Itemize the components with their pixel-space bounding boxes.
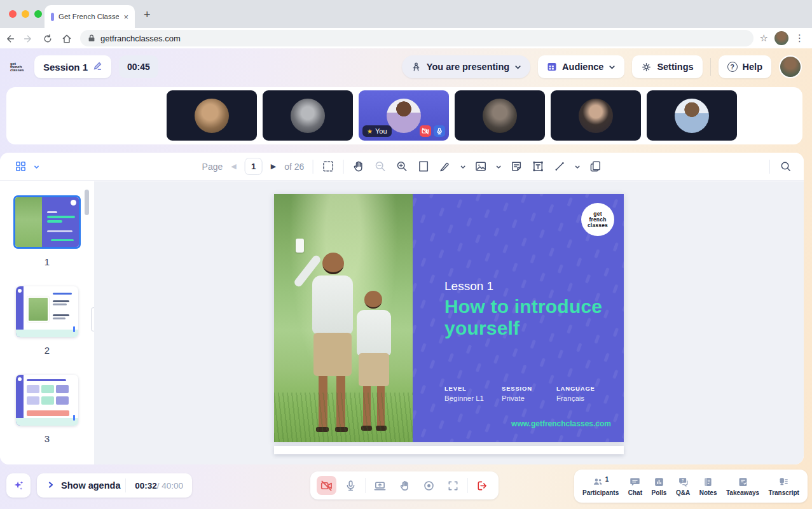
page-number-input[interactable]: 1	[245, 158, 263, 175]
audience-dropdown[interactable]: Audience	[538, 55, 624, 78]
pen-tool[interactable]	[438, 160, 451, 173]
thumb1-line	[51, 239, 74, 241]
participant-tile[interactable]	[455, 90, 545, 141]
settings-button[interactable]: Settings	[632, 55, 702, 78]
participant-tile[interactable]	[167, 90, 257, 141]
browser-menu-icon[interactable]: ⋮	[795, 32, 804, 44]
panel-notes[interactable]: Notes	[699, 477, 717, 496]
panel-participants[interactable]: 1 Participants	[582, 477, 619, 496]
call-controls	[310, 471, 499, 499]
camera-off-badge[interactable]	[420, 125, 431, 137]
thumb1-purple	[42, 197, 79, 247]
panel-polls[interactable]: Polls	[652, 477, 667, 496]
line-tool-chevron-icon[interactable]	[574, 161, 580, 172]
zoom-in-tool[interactable]	[395, 160, 408, 173]
participant-tile[interactable]	[551, 90, 641, 141]
url-bar[interactable]: getfranchclasses.com	[80, 30, 754, 46]
meta-level: LEVEL Beginner L1	[444, 385, 502, 402]
photo-figure	[296, 239, 304, 253]
mic-on-badge[interactable]	[434, 125, 445, 137]
mic-toggle-button[interactable]	[341, 476, 361, 495]
new-tab-button[interactable]: +	[144, 9, 151, 20]
grid-view-button[interactable]	[14, 160, 27, 173]
chevron-right-icon	[47, 480, 55, 491]
session-title-button[interactable]: Session 1	[34, 55, 111, 78]
slide-thumbnail-1[interactable]	[13, 195, 81, 249]
participant-tile[interactable]	[647, 90, 737, 141]
panel-qa[interactable]: ? Q&A	[676, 477, 690, 496]
insert-image-tool[interactable]	[474, 160, 487, 173]
photo-figure	[316, 427, 329, 432]
duplicate-page-tool[interactable]	[588, 160, 602, 173]
edit-session-icon[interactable]	[93, 61, 102, 73]
record-button[interactable]	[419, 476, 439, 495]
forward-icon[interactable]	[19, 32, 38, 44]
sticky-note-tool[interactable]	[509, 160, 523, 173]
you-badge: ★ You	[362, 125, 392, 137]
camera-toggle-button[interactable]	[317, 476, 336, 495]
line-tool[interactable]	[553, 160, 566, 173]
close-window-button[interactable]	[9, 10, 17, 18]
panel-takeaways[interactable]: Takeaways	[726, 477, 759, 496]
previous-page-button[interactable]: ◀	[231, 162, 236, 171]
insert-image-chevron-icon[interactable]	[495, 161, 501, 172]
text-tool[interactable]	[531, 160, 544, 173]
back-icon[interactable]	[0, 32, 19, 44]
zoom-out-tool[interactable]	[373, 160, 387, 173]
marquee-select-tool[interactable]	[321, 160, 334, 173]
show-agenda-bar[interactable]: Show agenda 00:32/ 40:00	[37, 473, 192, 498]
chevron-down-icon	[514, 64, 521, 71]
raise-hand-button[interactable]	[394, 476, 414, 495]
participants-count: 1	[605, 477, 609, 483]
help-button[interactable]: ? Help	[719, 55, 771, 78]
photo-figure	[364, 291, 382, 309]
presenting-dropdown[interactable]: You are presenting	[402, 55, 530, 78]
bookmark-star-icon[interactable]: ☆	[760, 32, 768, 44]
bottom-bar: Show agenda 00:32/ 40:00 1 Parti	[0, 466, 812, 509]
participant-tile[interactable]	[263, 90, 353, 141]
reload-icon[interactable]	[38, 32, 57, 44]
search-icon[interactable]	[779, 160, 792, 173]
panel-transcript[interactable]: Transcript	[769, 477, 799, 496]
participant-tile-you[interactable]: ★ You	[359, 90, 449, 141]
user-avatar[interactable]	[779, 55, 802, 78]
zoom-window-button[interactable]	[34, 10, 42, 18]
meta-session: SESSION Private	[502, 385, 556, 402]
panel-chat[interactable]: Chat	[628, 477, 642, 496]
slide-logo: getfrenchclasses	[581, 203, 614, 236]
frame-tool[interactable]	[416, 160, 430, 173]
thumb3-box	[56, 385, 69, 393]
browser-profile-avatar[interactable]	[774, 31, 788, 45]
next-page-button[interactable]: ▶	[271, 162, 276, 171]
minimize-window-button[interactable]	[22, 10, 29, 18]
photo-figure	[335, 427, 348, 432]
fullscreen-button[interactable]	[443, 476, 463, 495]
leave-session-button[interactable]	[472, 476, 492, 495]
photo-figure	[361, 426, 372, 431]
browser-tab[interactable]: Get French Classes ×	[45, 5, 135, 28]
slide-thumbnail-3[interactable]	[16, 375, 78, 426]
photo-figure	[312, 275, 353, 334]
show-agenda-label: Show agenda	[61, 480, 125, 491]
agenda-timer: 00:32/ 40:00	[126, 481, 192, 491]
you-badge-label: You	[375, 127, 387, 135]
thumb3-title	[27, 379, 66, 381]
thumb3-box	[27, 396, 39, 405]
home-icon[interactable]	[57, 32, 76, 44]
thumb1-line	[47, 211, 57, 213]
pan-hand-tool[interactable]	[352, 160, 365, 173]
star-icon: ★	[367, 128, 373, 135]
thumb3-footer	[16, 418, 78, 426]
ai-assistant-button[interactable]	[6, 473, 31, 498]
tab-close-icon[interactable]: ×	[123, 12, 128, 22]
photo-figure	[357, 310, 391, 356]
thumb2-line	[53, 314, 69, 316]
takeaways-icon	[738, 477, 748, 487]
pen-tool-chevron-icon[interactable]	[460, 161, 465, 172]
url-text: getfranchclasses.com	[100, 34, 181, 43]
presenting-label: You are presenting	[427, 62, 509, 72]
grid-view-chevron-icon[interactable]	[34, 161, 39, 172]
sidebar-scrollbar[interactable]	[85, 190, 89, 215]
screen-share-button[interactable]	[370, 476, 390, 495]
slide-thumbnail-2[interactable]	[16, 286, 78, 337]
